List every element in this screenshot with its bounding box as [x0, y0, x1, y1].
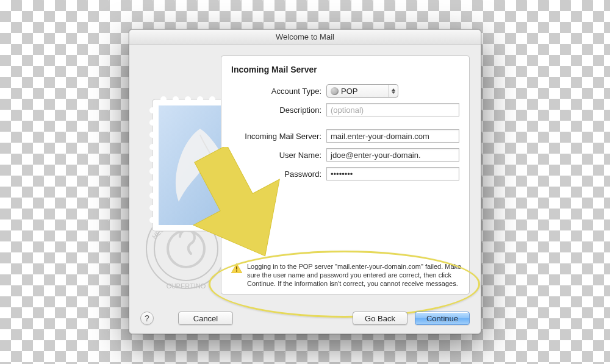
cancel-button[interactable]: Cancel: [178, 312, 233, 325]
svg-point-6: [149, 107, 156, 113]
label-description: Description:: [231, 105, 326, 115]
label-username: User Name:: [231, 151, 326, 160]
svg-point-8: [149, 132, 156, 138]
svg-point-12: [149, 180, 156, 187]
error-area: Logging in to the POP server "mail.enter…: [231, 262, 462, 288]
username-input[interactable]: [326, 148, 459, 162]
error-message: Logging in to the POP server "mail.enter…: [247, 262, 462, 288]
warning-icon: [231, 263, 242, 273]
svg-point-1: [154, 217, 218, 280]
account-type-select[interactable]: POP: [326, 84, 398, 98]
row-incoming-server: Incoming Mail Server:: [231, 129, 459, 143]
svg-point-17: [173, 96, 179, 102]
svg-text:HELLO: HELLO: [151, 219, 171, 240]
svg-text:CUPERTINO: CUPERTINO: [167, 282, 206, 290]
help-icon: ?: [145, 313, 149, 323]
svg-point-9: [149, 144, 156, 150]
svg-point-7: [149, 120, 156, 126]
account-type-value: POP: [341, 87, 389, 96]
go-back-button[interactable]: Go Back: [353, 312, 407, 325]
row-password: Password:: [231, 167, 459, 180]
svg-point-14: [149, 205, 156, 211]
svg-point-0: [146, 209, 226, 288]
svg-point-11: [149, 168, 156, 174]
row-username: User Name:: [231, 148, 459, 162]
svg-point-10: [149, 156, 156, 162]
label-account-type: Account Type:: [231, 87, 326, 96]
continue-button[interactable]: Continue: [415, 312, 470, 325]
svg-rect-23: [236, 266, 237, 269]
svg-point-18: [185, 96, 191, 102]
postmark-decoration: CUPERTINO HELLO: [140, 203, 232, 294]
window-content: CUPERTINO HELLO Incoming Mail Ser: [129, 45, 481, 334]
help-button[interactable]: ?: [140, 312, 154, 325]
select-arrows-icon: [389, 85, 395, 97]
svg-rect-24: [236, 271, 237, 272]
mail-setup-window: Welcome to Mail CUPERTINO HELLO: [129, 29, 481, 334]
incoming-server-panel: Incoming Mail Server Account Type: POP D…: [221, 55, 470, 294]
svg-point-15: [149, 217, 156, 223]
globe-icon: [331, 87, 339, 95]
svg-point-16: [160, 96, 167, 102]
password-input[interactable]: [326, 167, 459, 180]
row-description: Description:: [231, 103, 459, 116]
label-incoming-server: Incoming Mail Server:: [231, 132, 326, 141]
row-account-type: Account Type: POP: [231, 84, 459, 98]
description-input[interactable]: [326, 103, 459, 116]
svg-point-19: [197, 96, 203, 102]
panel-title: Incoming Mail Server: [231, 65, 459, 74]
label-password: Password:: [231, 170, 326, 179]
footer: ? Cancel Go Back Continue: [140, 312, 470, 325]
window-titlebar: Welcome to Mail: [129, 30, 481, 45]
svg-point-20: [209, 96, 215, 102]
svg-point-13: [149, 193, 156, 199]
incoming-server-input[interactable]: [326, 129, 459, 143]
window-title: Welcome to Mail: [276, 32, 334, 41]
